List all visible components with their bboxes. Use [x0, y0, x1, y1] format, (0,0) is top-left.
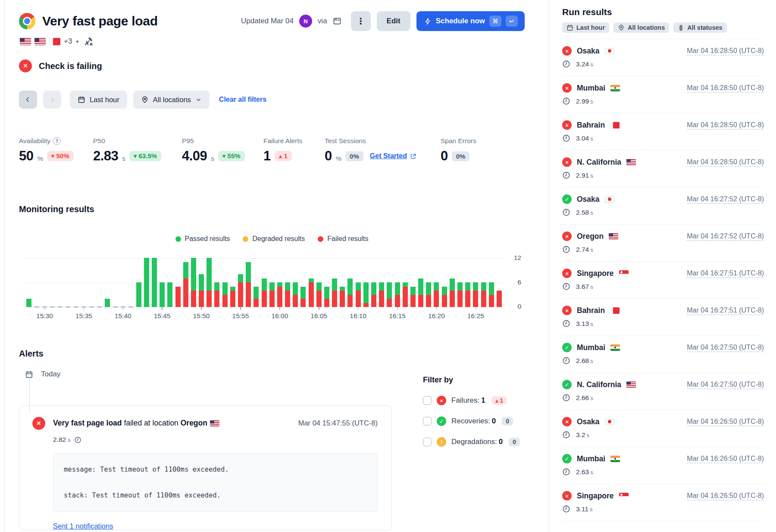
edit-button[interactable]: Edit: [377, 11, 410, 31]
chart-bar-15:38[interactable]: [105, 299, 110, 307]
run-result-row[interactable]: ×OregonMar 04 16:27:52 (UTC-8)2.74s: [562, 225, 764, 262]
chart-bar-16:01[interactable]: [285, 282, 290, 307]
chart-bar-16:03[interactable]: [300, 287, 306, 307]
y-axis-label: 0: [517, 303, 521, 310]
chart-bar-15:55[interactable]: [238, 274, 243, 307]
chart-bar-16:22[interactable]: [450, 279, 455, 307]
chart-bar-15:49[interactable]: [191, 258, 196, 307]
run-timestamp-link[interactable]: Mar 04 16:27:52 (UTC-8): [687, 195, 764, 203]
chart-bar-16:11[interactable]: [363, 282, 369, 307]
chart-bar-16:06[interactable]: [324, 287, 329, 307]
run-timestamp-link[interactable]: Mar 04 16:28:50 (UTC-8): [687, 47, 764, 55]
next-page-button[interactable]: [43, 91, 61, 109]
locations-filter-dropdown[interactable]: All locations: [133, 91, 210, 109]
notifications-link[interactable]: Sent 1 notifications: [53, 522, 113, 530]
run-result-row[interactable]: ✓OsakaMar 04 16:27:52 (UTC-8)2.58s: [562, 188, 764, 225]
time-range-filter-button[interactable]: Last hour: [70, 91, 127, 109]
run-duration: 2.74s: [576, 246, 593, 253]
run-result-row[interactable]: ×OsakaMar 04 16:26:50 (UTC-8)3.2s: [562, 410, 764, 447]
run-result-row[interactable]: ×MumbaiMar 04 16:28:50 (UTC-8)2.99s: [562, 76, 764, 113]
checkbox[interactable]: [423, 396, 432, 405]
run-result-row[interactable]: ×N. CaliforniaMar 04 16:28:50 (UTC-8)2.9…: [562, 150, 764, 188]
run-result-row[interactable]: ×BahrainMar 04 16:28:50 (UTC-8)3.04s: [562, 113, 764, 150]
alert-middle-text: failed at location: [122, 419, 181, 427]
get-started-link[interactable]: Get Started: [370, 152, 416, 160]
clock-icon: [562, 505, 570, 513]
chart-bar-15:28[interactable]: [26, 299, 31, 307]
schedule-now-button[interactable]: Schedule now ⌘ ↵: [416, 11, 525, 31]
chart-bar-16:12[interactable]: [371, 282, 376, 307]
run-timestamp-link[interactable]: Mar 04 16:27:50 (UTC-8): [687, 344, 764, 351]
chart-bar-16:05[interactable]: [316, 282, 322, 307]
chart-bar-16:00[interactable]: [277, 282, 282, 307]
chart-bar-16:19[interactable]: [426, 282, 431, 307]
chart-bar-16:28[interactable]: [497, 291, 502, 307]
run-timestamp-link[interactable]: Mar 04 16:27:50 (UTC-8): [687, 381, 764, 388]
chart-bar-16:13[interactable]: [379, 282, 384, 307]
prev-page-button[interactable]: [19, 91, 37, 109]
chart-bar-16:25[interactable]: [473, 282, 478, 307]
help-icon[interactable]: ?: [53, 137, 61, 145]
chart-bar-15:58[interactable]: [262, 279, 267, 307]
chart-bar-16:02[interactable]: [293, 282, 298, 307]
run-result-row[interactable]: ×SingaporeMar 04 16:26:50 (UTC-8)3.11s: [562, 484, 764, 521]
missing-data-dash: [128, 307, 133, 308]
chart-bar-16:08[interactable]: [340, 287, 345, 307]
chart-bar-16:16[interactable]: [403, 282, 408, 307]
chart-bar-15:50[interactable]: [199, 274, 204, 307]
chart-bar-16:09[interactable]: [347, 279, 353, 307]
chart-bar-16:18[interactable]: [418, 279, 423, 307]
run-result-row[interactable]: ×BahrainMar 04 16:27:51 (UTC-8)3.13s: [562, 299, 764, 336]
chart-bar-16:17[interactable]: [410, 287, 416, 307]
run-result-row[interactable]: ✓N. CaliforniaMar 04 16:27:50 (UTC-8)2.6…: [562, 373, 764, 410]
avatar[interactable]: N: [299, 15, 312, 28]
chart-bar-16:27[interactable]: [489, 282, 494, 307]
clear-all-filters-link[interactable]: Clear all filters: [219, 96, 266, 103]
chart-bar-15:53[interactable]: [222, 282, 228, 307]
chart-bar-15:46[interactable]: [167, 282, 172, 307]
chart-bar-15:54[interactable]: [230, 287, 235, 307]
checkbox[interactable]: [423, 417, 432, 426]
chart-bar-16:26[interactable]: [481, 282, 486, 307]
run-result-row[interactable]: ×SingaporeMar 04 16:27:51 (UTC-8)3.67s: [562, 262, 764, 299]
chart-bar-16:14[interactable]: [387, 282, 392, 307]
chart-bar-16:23[interactable]: [457, 282, 463, 307]
chart-bar-15:56[interactable]: [246, 262, 251, 307]
run-result-row[interactable]: ✓MumbaiMar 04 16:27:50 (UTC-8)2.68s: [562, 336, 764, 373]
kebab-menu-button[interactable]: ⋮: [351, 11, 371, 31]
run-timestamp-link[interactable]: Mar 04 16:28:50 (UTC-8): [687, 84, 764, 92]
chart-bar-15:43[interactable]: [144, 258, 149, 307]
chart-bar-15:59[interactable]: [269, 282, 275, 307]
chart-bar-15:48[interactable]: [183, 262, 188, 307]
run-filter-chip-all-statuses[interactable]: All statuses: [673, 22, 726, 33]
legend-item: Passed results: [175, 235, 230, 243]
chart-bar-16:04[interactable]: [309, 279, 314, 307]
run-timestamp-link[interactable]: Mar 04 16:27:52 (UTC-8): [687, 232, 764, 240]
chart-bar-16:07[interactable]: [332, 279, 337, 307]
run-filter-chip-all-locations[interactable]: All locations: [613, 22, 669, 33]
chart-bar-15:47[interactable]: [175, 287, 181, 307]
chart-bar-16:24[interactable]: [465, 282, 470, 307]
chart-bar-15:52[interactable]: [214, 282, 219, 307]
run-result-row[interactable]: ✓MumbaiMar 04 16:26:50 (UTC-8)2.63s: [562, 447, 764, 484]
run-timestamp-link[interactable]: Mar 04 16:26:50 (UTC-8): [687, 455, 764, 463]
chart-bar-15:51[interactable]: [207, 258, 212, 307]
chart-bar-16:10[interactable]: [356, 282, 361, 307]
alert-card[interactable]: × Very fast page load failed at location…: [19, 405, 392, 530]
chart-bar-15:45[interactable]: [160, 282, 165, 307]
run-timestamp-link[interactable]: Mar 04 16:27:51 (UTC-8): [687, 269, 764, 277]
run-timestamp-link[interactable]: Mar 04 16:27:51 (UTC-8): [687, 307, 764, 314]
run-timestamp-link[interactable]: Mar 04 16:28:50 (UTC-8): [687, 121, 764, 129]
run-timestamp-link[interactable]: Mar 04 16:26:50 (UTC-8): [687, 492, 764, 500]
run-filter-chip-last-hour[interactable]: Last hour: [562, 22, 609, 33]
chart-bar-15:44[interactable]: [152, 258, 157, 307]
chart-bar-16:15[interactable]: [395, 282, 400, 307]
run-timestamp-link[interactable]: Mar 04 16:26:50 (UTC-8): [687, 418, 764, 426]
chart-bar-15:57[interactable]: [253, 287, 259, 307]
chart-bar-16:21[interactable]: [442, 287, 447, 307]
run-timestamp-link[interactable]: Mar 04 16:28:50 (UTC-8): [687, 158, 764, 166]
run-result-row[interactable]: ×OsakaMar 04 16:28:50 (UTC-8)3.24s: [562, 39, 764, 76]
chart-bar-16:20[interactable]: [434, 282, 439, 307]
checkbox[interactable]: [423, 438, 432, 446]
chart-bar-15:42[interactable]: [136, 282, 141, 307]
